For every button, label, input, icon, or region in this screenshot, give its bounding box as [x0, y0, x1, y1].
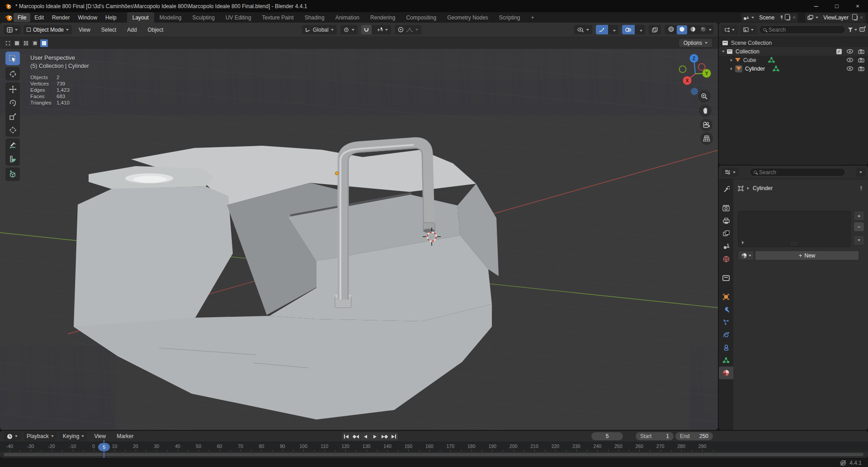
playback-dropdown[interactable]: Playback [24, 432, 57, 441]
toggle-perspective-button[interactable] [700, 132, 713, 145]
collection-expand-icon[interactable] [722, 51, 725, 52]
outliner-filter-dropdown[interactable] [848, 28, 857, 32]
proportional-editing-controls[interactable] [395, 25, 421, 34]
editor-type-selector[interactable] [4, 25, 21, 34]
menu-edit[interactable]: Edit [30, 13, 48, 22]
outliner-row-cube[interactable]: Cube [719, 56, 868, 64]
properties-tab-view-layer[interactable] [719, 227, 733, 240]
select-mode-set[interactable] [4, 39, 12, 48]
timeline-track-area[interactable] [0, 452, 868, 458]
select-mode-subtract[interactable] [22, 39, 30, 48]
shading-material-button[interactable] [688, 25, 698, 34]
viewport-menu-add[interactable]: Add [123, 25, 141, 34]
xray-toggle[interactable] [649, 25, 661, 34]
properties-options-dropdown[interactable] [856, 168, 865, 177]
tab-animation[interactable]: Animation [330, 12, 365, 23]
menu-render[interactable]: Render [48, 13, 74, 22]
hide-eye-icon[interactable] [846, 49, 854, 54]
properties-tab-data[interactable] [719, 354, 733, 367]
tab-modeling[interactable]: Modeling [154, 12, 187, 23]
tab-layout[interactable]: Layout [127, 12, 154, 23]
viewlayer-selector[interactable]: ViewLayer × [805, 13, 865, 22]
cube-expand-icon[interactable] [731, 59, 732, 62]
slot-list-grip[interactable]: :::: [791, 241, 797, 246]
jump-to-end-button[interactable] [389, 432, 398, 441]
menu-help[interactable]: Help [101, 13, 121, 22]
select-mode-intersect[interactable] [40, 39, 48, 48]
transform-orientation-dropdown[interactable]: Global [302, 25, 337, 34]
keying-dropdown[interactable]: Keying [60, 432, 88, 441]
current-frame-badge[interactable]: 5 [98, 443, 110, 451]
zoom-view-button[interactable] [698, 90, 711, 103]
show-overlays-toggle[interactable] [622, 25, 635, 34]
properties-tab-render[interactable] [719, 202, 733, 214]
select-mode-invert[interactable] [31, 39, 39, 48]
tab-scripting[interactable]: Scripting [494, 12, 526, 23]
mode-dropdown[interactable]: Object Mode [24, 25, 72, 34]
properties-tab-physics[interactable] [719, 329, 733, 341]
tool-cursor[interactable] [5, 67, 20, 81]
snap-settings-dropdown[interactable] [374, 28, 391, 32]
add-material-slot-button[interactable]: + [854, 211, 864, 221]
viewlayer-name[interactable]: ViewLayer [821, 14, 851, 21]
properties-search-input[interactable]: Search [750, 168, 845, 176]
properties-tab-collection[interactable] [719, 272, 733, 284]
close-button[interactable]: × [847, 0, 868, 12]
cylinder-expand-icon[interactable] [731, 67, 732, 70]
scene-browse-chevron-icon[interactable] [751, 17, 754, 19]
browse-material-dropdown[interactable] [738, 251, 754, 260]
pan-view-button[interactable] [699, 105, 712, 117]
outliner-search-input[interactable]: Search [759, 25, 845, 34]
pin-icon[interactable] [779, 15, 784, 20]
shading-wireframe-button[interactable] [666, 25, 676, 34]
properties-tab-constraints[interactable] [719, 341, 733, 354]
show-gizmo-toggle[interactable] [596, 25, 608, 34]
menu-window[interactable]: Window [74, 13, 101, 22]
pivot-point-dropdown[interactable] [340, 25, 358, 34]
shading-rendered-button[interactable] [698, 25, 708, 34]
tab-geometry-nodes[interactable]: Geometry Nodes [442, 12, 494, 23]
blender-menu-logo-icon[interactable] [4, 14, 14, 21]
navigation-gizmo[interactable]: Z X Y [678, 52, 714, 97]
properties-tab-scene[interactable] [719, 240, 733, 253]
select-mode-extend[interactable] [13, 39, 21, 48]
frame-end-field[interactable]: End250 [675, 432, 713, 441]
properties-tab-modifiers[interactable] [719, 303, 733, 316]
properties-tab-output[interactable] [719, 214, 733, 227]
viewport-canvas[interactable] [0, 23, 718, 430]
tool-measure[interactable] [5, 152, 20, 166]
bus-mesh-object[interactable] [74, 146, 499, 419]
hide-eye-icon[interactable] [846, 57, 854, 62]
current-frame-field[interactable]: 5 [591, 432, 623, 441]
gizmo-dropdown[interactable] [610, 27, 618, 33]
play-reverse-button[interactable] [361, 432, 370, 441]
timeline-ruler[interactable]: 5 -40-30-20-1001020304050607080901001101… [0, 442, 868, 452]
remove-material-slot-button[interactable]: − [854, 222, 864, 232]
camera-view-button[interactable] [700, 119, 712, 131]
scene-selector[interactable]: Scene × [741, 13, 798, 22]
tool-add-cube[interactable] [5, 167, 20, 181]
menu-file[interactable]: File [14, 13, 30, 22]
previous-keyframe-button[interactable] [351, 432, 360, 441]
new-material-button[interactable]: + New [755, 251, 859, 260]
add-workspace-button[interactable]: + [526, 12, 540, 23]
disable-render-camera-icon[interactable] [858, 66, 864, 71]
properties-tab-material[interactable] [719, 367, 733, 379]
properties-tab-world[interactable] [719, 253, 733, 265]
properties-tab-tool[interactable] [719, 183, 733, 195]
snap-toggle[interactable] [361, 25, 372, 34]
new-collection-button[interactable] [859, 26, 866, 33]
material-slot-list[interactable]: :::: [738, 211, 851, 247]
tab-rendering[interactable]: Rendering [365, 12, 401, 23]
viewport-menu-select[interactable]: Select [97, 25, 120, 34]
tool-move[interactable] [5, 82, 20, 96]
tab-uv-editing[interactable]: UV Editing [220, 12, 257, 23]
overlays-dropdown[interactable] [637, 27, 645, 33]
pin-id-icon[interactable] [859, 186, 863, 191]
object-visibility-dropdown[interactable] [574, 25, 592, 34]
breadcrumb-object-name[interactable]: Cylinder [753, 185, 773, 191]
remove-viewlayer-icon[interactable]: × [860, 14, 863, 21]
gizmo-neg-z-axis[interactable] [691, 88, 698, 95]
viewport-menu-object[interactable]: Object [144, 25, 168, 34]
timeline-scrollbar[interactable] [4, 453, 863, 456]
